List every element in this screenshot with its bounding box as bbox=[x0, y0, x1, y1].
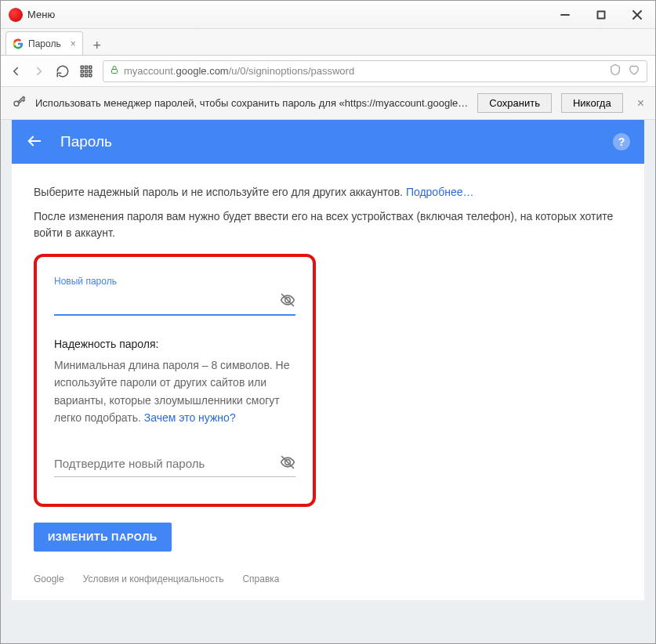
browser-window: Меню Пароль × + bbox=[0, 0, 656, 644]
tab-bar: Пароль × + bbox=[1, 29, 655, 56]
infobar-close-button[interactable]: × bbox=[637, 96, 644, 110]
intro-line-1: Выберите надежный пароль и не используйт… bbox=[34, 184, 622, 201]
toggle-visibility-icon[interactable] bbox=[280, 292, 295, 310]
new-password-input[interactable] bbox=[54, 291, 280, 311]
opera-logo-icon bbox=[9, 8, 23, 22]
page-footer: Google Условия и конфиденциальность Спра… bbox=[34, 566, 622, 584]
why-needed-link[interactable]: Зачем это нужно? bbox=[144, 411, 236, 424]
svg-rect-7 bbox=[81, 70, 83, 72]
password-save-infobar: Использовать менеджер паролей, чтобы сох… bbox=[1, 87, 655, 120]
window-maximize-button[interactable] bbox=[583, 1, 619, 29]
tab-close-button[interactable]: × bbox=[71, 38, 76, 49]
nav-forward-button[interactable] bbox=[32, 64, 46, 78]
svg-rect-1 bbox=[598, 11, 605, 18]
nav-bar: myaccount.google.com/u/0/signinoptions/p… bbox=[1, 56, 655, 87]
password-strength-section: Надежность пароля: Минимальная длина пар… bbox=[54, 338, 295, 427]
menu-label[interactable]: Меню bbox=[27, 9, 55, 20]
page-content: Пароль ? Выберите надежный пароль и не и… bbox=[1, 120, 655, 643]
strength-title: Надежность пароля: bbox=[54, 338, 295, 350]
svg-rect-9 bbox=[89, 70, 92, 72]
new-tab-button[interactable]: + bbox=[88, 36, 107, 55]
svg-rect-4 bbox=[81, 66, 83, 68]
footer-google-link[interactable]: Google bbox=[34, 573, 64, 584]
speed-dial-button[interactable] bbox=[79, 64, 93, 78]
page-header: Пароль ? bbox=[12, 120, 644, 164]
svg-rect-5 bbox=[85, 66, 88, 68]
password-form-highlight: Новый пароль Надежность пароля: Минималь… bbox=[34, 254, 316, 507]
window-minimize-button[interactable] bbox=[547, 1, 583, 29]
learn-more-link[interactable]: Подробнее… bbox=[406, 186, 474, 198]
svg-rect-10 bbox=[81, 74, 83, 76]
svg-rect-8 bbox=[85, 70, 88, 72]
google-favicon-icon bbox=[13, 38, 24, 49]
toggle-visibility-icon[interactable] bbox=[280, 454, 295, 472]
heart-icon[interactable] bbox=[628, 63, 640, 78]
confirm-password-field bbox=[54, 450, 295, 477]
help-icon[interactable]: ? bbox=[613, 133, 630, 150]
window-titlebar: Меню bbox=[1, 1, 655, 29]
footer-terms-link[interactable]: Условия и конфиденциальность bbox=[83, 573, 224, 584]
lock-icon bbox=[110, 64, 119, 78]
infobar-text: Использовать менеджер паролей, чтобы сох… bbox=[35, 97, 468, 109]
new-password-label: Новый пароль bbox=[54, 276, 295, 287]
window-close-button[interactable] bbox=[619, 1, 655, 29]
svg-rect-6 bbox=[89, 66, 92, 68]
header-back-button[interactable] bbox=[26, 132, 43, 152]
address-bar[interactable]: myaccount.google.com/u/0/signinoptions/p… bbox=[103, 60, 647, 82]
change-password-button[interactable]: ИЗМЕНИТЬ ПАРОЛЬ bbox=[34, 523, 172, 552]
nav-back-button[interactable] bbox=[9, 64, 23, 78]
svg-rect-13 bbox=[112, 70, 118, 74]
infobar-never-button[interactable]: Никогда bbox=[561, 93, 623, 113]
address-text: myaccount.google.com/u/0/signinoptions/p… bbox=[124, 65, 604, 77]
svg-rect-11 bbox=[85, 74, 88, 76]
confirm-password-input[interactable] bbox=[54, 454, 280, 473]
shield-icon[interactable] bbox=[609, 63, 622, 78]
infobar-save-button[interactable]: Сохранить bbox=[477, 93, 552, 113]
strength-text: Минимальная длина пароля – 8 символов. Н… bbox=[54, 356, 295, 427]
nav-reload-button[interactable] bbox=[56, 64, 70, 78]
tab-title: Пароль bbox=[28, 38, 61, 49]
tab-active[interactable]: Пароль × bbox=[5, 31, 83, 55]
footer-help-link[interactable]: Справка bbox=[242, 573, 279, 584]
main-card: Выберите надежный пароль и не используйт… bbox=[12, 164, 644, 600]
page-title: Пароль bbox=[60, 133, 112, 150]
new-password-field: Новый пароль bbox=[54, 276, 295, 316]
intro-line-2: После изменения пароля вам нужно будет в… bbox=[34, 208, 622, 241]
svg-rect-12 bbox=[89, 74, 92, 76]
key-icon bbox=[12, 95, 26, 111]
